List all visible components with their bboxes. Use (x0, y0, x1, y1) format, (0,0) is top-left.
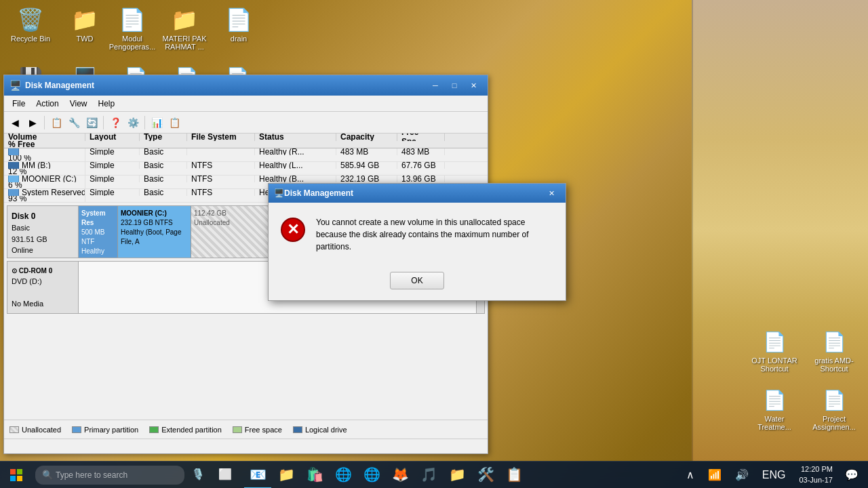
twd-icon: 📁 (71, 6, 98, 33)
cell-pct-1: 12 % (4, 169, 85, 176)
taskbar: 🔍 🎙️ ⬜ 📧 📁 🛍️ 🌐 🌐 🦊 🎵 📁 🛠️ 📋 ∧ 📶 🔊 ENG (0, 461, 868, 488)
taskbar-app-mail[interactable]: 📧 (244, 462, 271, 489)
tray-lang[interactable]: ENG (757, 462, 791, 489)
start-button[interactable] (0, 462, 33, 489)
legend-primary-label: Primary partition (84, 426, 138, 434)
col-type[interactable]: Type (140, 134, 187, 141)
partition-unallocated[interactable]: 112.42 GB Unallocated (191, 206, 278, 258)
col-free[interactable]: Free Spa... (397, 134, 445, 141)
disk0-label: Disk 0 Basic 931.51 GB Online (7, 206, 79, 258)
taskbar-clock[interactable]: 12:20 PM 03-Jun-17 (793, 462, 838, 489)
menu-help[interactable]: Help (93, 96, 121, 111)
desktop-icon-amd[interactable]: 📄 gratis AMD-Shortcut (807, 325, 861, 375)
dialog-ok-button[interactable]: OK (390, 272, 444, 289)
taskbar-app-media[interactable]: 🎵 (415, 462, 442, 489)
tray-expand[interactable]: ∧ (681, 462, 700, 489)
legend-logical: Logical drive (293, 426, 347, 434)
menu-file[interactable]: File (7, 96, 31, 111)
cell-layout-1: Simple (85, 162, 140, 169)
error-dialog: 🖥️ Disk Management ✕ ✕ You cannot create… (268, 183, 566, 301)
toolbar-settings[interactable]: ⚙️ (125, 115, 141, 131)
taskbar-app-firefox[interactable]: 🦊 (387, 462, 414, 489)
modul-icon: 📄 (119, 6, 146, 33)
col-volume[interactable]: Volume (4, 134, 85, 141)
taskbar-task-view[interactable]: ⬜ (212, 462, 239, 489)
toolbar-view1[interactable]: 📊 (149, 115, 165, 131)
clock-date: 03-Jun-17 (799, 475, 833, 485)
cell-capacity-2: 232.19 GB (336, 176, 397, 182)
menu-view[interactable]: View (64, 96, 93, 111)
cell-type-3: Basic (140, 189, 187, 196)
desktop-icon-twd[interactable]: 📁 TWD (58, 3, 112, 45)
toolbar-back[interactable]: ◀ (7, 115, 23, 131)
tray-volume[interactable]: 🔊 (730, 462, 754, 489)
taskbar-app-tool[interactable]: 🛠️ (472, 462, 499, 489)
taskbar-app-chrome[interactable]: 🌐 (358, 462, 385, 489)
minimize-button[interactable]: ─ (427, 79, 444, 92)
desktop-icon-materi[interactable]: 📁 MATERI PAK RAHMAT ... (157, 3, 212, 54)
taskbar-app-clipboard[interactable]: 📋 (500, 462, 528, 489)
amd-icon: 📄 (821, 328, 848, 355)
col-pct[interactable]: % Free (4, 141, 85, 148)
cell-free-2: 13.96 GB (397, 176, 445, 182)
close-button[interactable]: ✕ (465, 79, 482, 92)
dialog-body: ✕ You cannot create a new volume in this… (269, 203, 566, 266)
taskbar-app-edge[interactable]: 🌐 (330, 462, 357, 489)
notification-button[interactable]: 💬 (841, 462, 863, 489)
partition-system-res[interactable]: System Res 500 MB NTF Healthy (Sy... (79, 206, 118, 258)
modul-label: Modul Pengoperas... (108, 35, 157, 51)
col-status[interactable]: Status (255, 134, 336, 141)
toolbar-view2[interactable]: 📋 (166, 115, 182, 131)
svg-rect-1 (17, 469, 22, 474)
dialog-close-button[interactable]: ✕ (542, 186, 560, 200)
legend-free: Free space (233, 426, 282, 434)
ojt-icon: 📄 (761, 328, 788, 355)
cell-status-0: Healthy (R... (255, 148, 336, 155)
cell-volume-3: System Reserved (4, 189, 85, 196)
col-filesystem[interactable]: File System (187, 134, 255, 141)
maximize-button[interactable]: □ (446, 79, 463, 92)
toolbar-help[interactable]: ❓ (107, 115, 123, 131)
legend-extended-label: Extended partition (161, 426, 222, 434)
legend-extended-box (149, 426, 159, 433)
table-row[interactable]: MM (B:) Simple Basic NTFS Healthy (L... … (4, 162, 488, 176)
clock-time: 12:20 PM (801, 464, 833, 474)
taskbar-app-store[interactable]: 🛍️ (301, 462, 328, 489)
toolbar-sep2 (103, 116, 104, 129)
cell-type-0: Basic (140, 148, 187, 155)
desktop-icon-project[interactable]: 📄 ProjectAssignmen... (807, 384, 861, 434)
toolbar-properties[interactable]: 🔧 (66, 115, 82, 131)
toolbar-forward[interactable]: ▶ (24, 115, 41, 131)
taskbar-app-files[interactable]: 📁 (443, 462, 471, 489)
taskbar-app-folder[interactable]: 📁 (273, 462, 300, 489)
disk-mgmt-icon: 🖥️ (9, 80, 21, 91)
toolbar-up[interactable]: 📋 (48, 115, 64, 131)
desktop-icon-water[interactable]: 📄 WaterTreatme... (747, 384, 802, 434)
col-layout[interactable]: Layout (85, 134, 140, 141)
error-icon: ✕ (281, 218, 305, 242)
menu-action[interactable]: Action (31, 96, 64, 111)
project-label: ProjectAssignmen... (812, 415, 856, 431)
cell-layout-2: Simple (85, 176, 140, 182)
desktop-icon-drain[interactable]: 📄 drain (212, 3, 266, 45)
legend-unalloc-box (9, 426, 19, 433)
cell-fs-1: NTFS (187, 162, 255, 169)
ojt-label: OJT LONTARShortcut (751, 357, 797, 373)
col-capacity[interactable]: Capacity (336, 134, 397, 141)
cell-layout-3: Simple (85, 189, 140, 196)
desktop-icon-recycle-bin[interactable]: 🗑️ Recycle Bin (3, 3, 58, 45)
partition-moonier-c[interactable]: MOONIER (C:) 232.19 GB NTFS Healthy (Boo… (118, 206, 191, 258)
toolbar-refresh[interactable]: 🔄 (83, 115, 100, 131)
table-header: Volume Layout Type File System Status Ca… (4, 134, 488, 148)
table-row[interactable]: Simple Basic Healthy (R... 483 MB 483 MB… (4, 148, 488, 162)
search-bar[interactable]: 🔍 (35, 466, 184, 485)
window-controls: ─ □ ✕ (427, 79, 482, 92)
tray-network[interactable]: 📶 (703, 462, 727, 489)
search-icon: 🔍 (42, 470, 53, 480)
cell-pct-3: 93 % (4, 196, 85, 203)
window-titlebar: 🖥️ Disk Management ─ □ ✕ (4, 75, 488, 96)
desktop-icon-modul[interactable]: 📄 Modul Pengoperas... (105, 3, 159, 54)
taskbar-microphone[interactable]: 🎙️ (184, 462, 212, 489)
desktop-icon-ojt-lontar[interactable]: 📄 OJT LONTARShortcut (747, 325, 802, 375)
search-input[interactable] (56, 470, 171, 480)
